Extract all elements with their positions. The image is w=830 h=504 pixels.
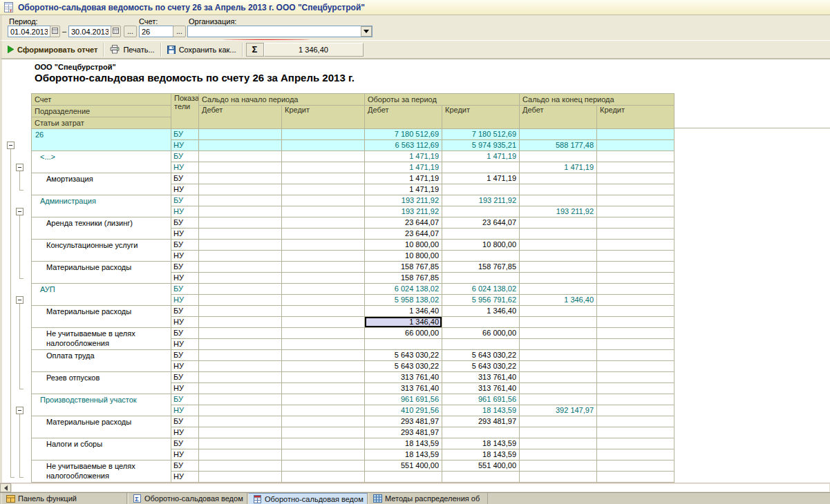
cell-saldo-nach-debet[interactable] (199, 306, 282, 317)
cell-oboroty-kredit[interactable]: 18 143,59 (442, 449, 520, 461)
cell-oboroty-kredit[interactable]: 1 471,19 (442, 151, 520, 162)
indicator-cell[interactable]: БУ (171, 350, 199, 361)
cell-oboroty-kredit[interactable]: 158 767,85 (442, 262, 520, 273)
cell-saldo-kon-kredit[interactable] (597, 162, 675, 173)
cell-saldo-kon-kredit[interactable] (597, 472, 675, 483)
cell-saldo-nach-debet[interactable] (199, 328, 282, 339)
cell-saldo-kon-kredit[interactable] (597, 129, 675, 140)
cell-saldo-nach-kredit[interactable] (282, 350, 365, 361)
row-label[interactable]: Не учитываемые в целях налогообложения (32, 328, 171, 350)
cell-saldo-kon-kredit[interactable] (597, 317, 675, 328)
cell-oboroty-kredit[interactable]: 5 643 030,22 (442, 350, 520, 361)
cell-saldo-nach-debet[interactable] (199, 240, 282, 251)
cell-saldo-nach-debet[interactable] (199, 262, 282, 273)
tab-panel-functions[interactable]: Панель функций (1, 493, 127, 504)
row-label[interactable]: Производственный участок (32, 394, 171, 416)
cell-saldo-nach-kredit[interactable] (282, 151, 365, 162)
cell-saldo-nach-debet[interactable] (199, 162, 282, 173)
account-input[interactable] (139, 26, 173, 37)
cell-oboroty-debet[interactable]: 158 767,85 (365, 262, 442, 273)
cell-saldo-kon-kredit[interactable] (597, 306, 675, 317)
cell-oboroty-debet[interactable]: 6 024 138,02 (365, 284, 442, 295)
row-label[interactable]: Налоги и сборы (32, 438, 171, 461)
indicator-cell[interactable]: БУ (171, 262, 199, 273)
cell-saldo-kon-debet[interactable] (520, 383, 597, 394)
cell-saldo-kon-debet[interactable] (520, 449, 597, 461)
cell-oboroty-debet[interactable]: 1 346,40 (365, 317, 442, 328)
cell-oboroty-debet[interactable]: 1 471,19 (365, 151, 442, 162)
indicator-cell[interactable]: НУ (171, 273, 199, 284)
date-to-input[interactable] (68, 26, 111, 37)
cell-saldo-nach-kredit[interactable] (282, 328, 365, 339)
cell-saldo-nach-debet[interactable] (199, 405, 282, 416)
indicator-cell[interactable]: БУ (171, 129, 199, 140)
cell-oboroty-kredit[interactable] (442, 162, 520, 173)
cell-saldo-nach-kredit[interactable] (282, 461, 365, 472)
cell-saldo-kon-kredit[interactable] (597, 328, 675, 339)
indicator-cell[interactable]: НУ (171, 383, 199, 394)
cell-saldo-kon-debet[interactable] (520, 217, 597, 229)
cell-saldo-kon-kredit[interactable] (597, 251, 675, 262)
generate-report-button[interactable]: Сформировать отчет (2, 42, 103, 57)
cell-saldo-kon-kredit[interactable] (597, 206, 675, 217)
cell-oboroty-debet[interactable]: 18 143,59 (365, 449, 442, 461)
cell-oboroty-debet[interactable]: 313 761,40 (365, 383, 442, 394)
cell-oboroty-kredit[interactable]: 10 800,00 (442, 240, 520, 251)
cell-saldo-kon-kredit[interactable] (597, 427, 675, 438)
cell-saldo-nach-kredit[interactable] (282, 306, 365, 317)
date-from-calendar-button[interactable] (50, 26, 60, 37)
cell-saldo-nach-debet[interactable] (199, 461, 282, 472)
scrollbar-track[interactable] (11, 483, 830, 492)
cell-oboroty-kredit[interactable] (442, 251, 520, 262)
indicator-cell[interactable]: НУ (171, 251, 199, 262)
tab-turnover-report-1[interactable]: Σ Оборотно-сальдовая ведом (128, 493, 247, 504)
cell-oboroty-debet[interactable]: 23 644,07 (365, 229, 442, 240)
cell-saldo-kon-debet[interactable] (520, 306, 597, 317)
cell-saldo-kon-debet[interactable] (520, 339, 597, 350)
sum-sigma-button[interactable]: Σ (246, 43, 264, 57)
cell-saldo-kon-debet[interactable]: 1 346,40 (520, 295, 597, 306)
cell-saldo-nach-kredit[interactable] (282, 317, 365, 328)
collapse-expander-icon[interactable] (16, 164, 23, 171)
cell-saldo-nach-debet[interactable] (199, 251, 282, 262)
indicator-cell[interactable]: НУ (171, 361, 199, 372)
organization-dropdown-button[interactable] (361, 26, 372, 37)
cell-saldo-nach-debet[interactable] (199, 140, 282, 151)
cell-oboroty-debet[interactable] (365, 472, 442, 483)
cell-saldo-nach-debet[interactable] (199, 217, 282, 229)
date-to-calendar-button[interactable] (111, 26, 121, 37)
cell-saldo-nach-kredit[interactable] (282, 162, 365, 173)
cell-saldo-nach-debet[interactable] (199, 372, 282, 383)
cell-saldo-nach-kredit[interactable] (282, 229, 365, 240)
cell-saldo-kon-kredit[interactable] (597, 273, 675, 284)
collapse-expander-icon[interactable] (16, 208, 23, 215)
cell-oboroty-debet[interactable]: 6 563 112,69 (365, 140, 442, 151)
cell-oboroty-kredit[interactable]: 193 211,92 (442, 195, 520, 206)
cell-oboroty-debet[interactable]: 1 471,19 (365, 173, 442, 184)
cell-saldo-kon-debet[interactable] (520, 317, 597, 328)
cell-saldo-nach-kredit[interactable] (282, 262, 365, 273)
cell-saldo-nach-kredit[interactable] (282, 206, 365, 217)
cell-oboroty-kredit[interactable] (442, 229, 520, 240)
cell-oboroty-kredit[interactable]: 293 481,97 (442, 416, 520, 427)
cell-oboroty-kredit[interactable] (442, 427, 520, 438)
row-label[interactable]: Оплата труда (32, 350, 171, 372)
cell-saldo-nach-debet[interactable] (199, 449, 282, 461)
cell-saldo-nach-debet[interactable] (199, 273, 282, 284)
cell-oboroty-debet[interactable]: 1 471,19 (365, 162, 442, 173)
cell-oboroty-debet[interactable]: 10 800,00 (365, 251, 442, 262)
cell-saldo-nach-debet[interactable] (199, 295, 282, 306)
indicator-cell[interactable]: БУ (171, 461, 199, 472)
cell-oboroty-kredit[interactable]: 5 643 030,22 (442, 361, 520, 372)
cell-saldo-kon-debet[interactable] (520, 427, 597, 438)
cell-oboroty-kredit[interactable]: 5 974 935,21 (442, 140, 520, 151)
cell-saldo-kon-debet[interactable] (520, 372, 597, 383)
indicator-cell[interactable]: БУ (171, 306, 199, 317)
cell-saldo-kon-kredit[interactable] (597, 173, 675, 184)
row-label[interactable]: <...> (32, 151, 171, 173)
cell-saldo-nach-debet[interactable] (199, 416, 282, 427)
cell-saldo-kon-kredit[interactable] (597, 405, 675, 416)
cell-saldo-nach-kredit[interactable] (282, 173, 365, 184)
cell-saldo-kon-kredit[interactable] (597, 295, 675, 306)
cell-saldo-kon-kredit[interactable] (597, 383, 675, 394)
